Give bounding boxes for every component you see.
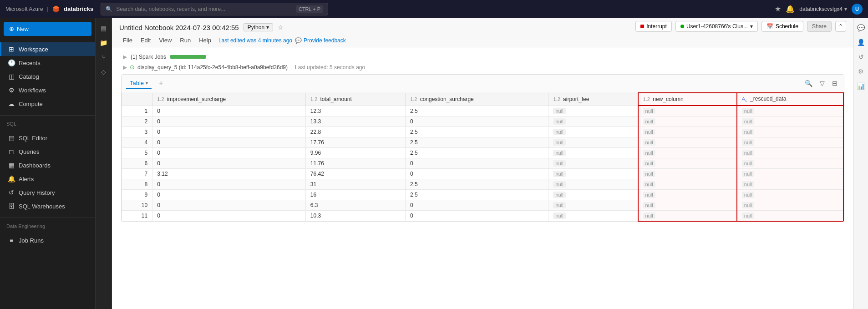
alerts-icon: 🔔 (8, 175, 15, 182)
interrupt-button[interactable]: Interrupt (635, 21, 672, 32)
menu-view[interactable]: View (155, 35, 175, 45)
sidebar-item-alerts[interactable]: 🔔 Alerts (0, 172, 95, 186)
avatar[interactable]: U (852, 4, 863, 15)
user-menu[interactable]: databrickscvslgx4 ▾ (799, 6, 847, 12)
col-improvement-surcharge-header[interactable]: 1.2 improvement_surcharge (152, 93, 306, 106)
table-cell: 0 (406, 211, 548, 222)
table-cell: 4 (122, 137, 152, 148)
search-bar[interactable]: 🔍 Search data, notebooks, recents, and m… (101, 3, 328, 15)
filter-icon[interactable]: ▽ (818, 79, 827, 88)
cluster-dropdown[interactable]: User1-42608766's Clus... ▾ (675, 21, 758, 32)
table-cell: null (638, 200, 737, 211)
table-tab[interactable]: Table ▾ (126, 78, 152, 89)
table-cell: 0 (152, 158, 306, 169)
share-button[interactable]: Share (807, 21, 832, 32)
table-cell: 0 (152, 127, 306, 137)
menu-run[interactable]: Run (176, 35, 194, 45)
col-total-amount-header[interactable]: 1.2 total_amount (305, 93, 405, 106)
schedule-button[interactable]: 📅 Schedule (761, 21, 803, 32)
favorite-star-icon[interactable]: ☆ (278, 24, 284, 31)
null-badge: null (643, 181, 655, 187)
sql-section-label: SQL (0, 117, 95, 128)
col-airport-fee-header[interactable]: 1.2 airport_fee (548, 93, 638, 106)
feedback-link[interactable]: 💬 Provide feedback (295, 37, 346, 44)
table-cell: null (737, 117, 843, 127)
sidebar-item-job-runs[interactable]: ≡ Job Runs (0, 233, 95, 247)
null-badge: null (742, 108, 754, 114)
strip-diamond-icon[interactable]: ◇ (97, 66, 110, 78)
topbar-right: ★ 🔔 databrickscvslgx4 ▾ U (775, 4, 863, 15)
table-cell: 11 (122, 211, 152, 222)
table-cell: 12.3 (305, 106, 405, 117)
table-cell: 2.5 (406, 190, 548, 200)
add-tab-button[interactable]: + (155, 77, 167, 89)
table-cell: null (548, 169, 638, 179)
search-table-icon[interactable]: 🔍 (803, 79, 814, 88)
null-badge: null (742, 129, 754, 135)
null-badge: null (742, 213, 754, 219)
expand-button[interactable]: ⌃ (835, 21, 846, 32)
sidebar-item-workspace[interactable]: ⊞ Workspace (0, 42, 95, 56)
strip-folder-icon[interactable]: 📁 (97, 36, 110, 49)
cluster-status-icon (680, 25, 684, 28)
col-congestion-surcharge-header[interactable]: 1.2 congestion_surcharge (406, 93, 548, 106)
sidebar-item-catalog[interactable]: ◫ Catalog (0, 70, 95, 83)
col-new-column-header[interactable]: 1.2 new_column (638, 93, 737, 106)
table-cell: 3.12 (152, 169, 306, 179)
star-icon: ★ (775, 5, 781, 13)
table-cell: null (548, 137, 638, 148)
table-scroll-wrapper[interactable]: 1.2 improvement_surcharge 1.2 total_amou… (122, 92, 844, 222)
username-label: databrickscvslgx4 (799, 6, 843, 12)
table-cell: 13.3 (305, 117, 405, 127)
right-person-icon[interactable]: 👤 (855, 36, 867, 48)
col-rescued-data-header[interactable]: Ac _rescued_data (737, 93, 843, 106)
right-settings-icon[interactable]: ⚙ (855, 66, 867, 77)
null-badge: null (643, 118, 655, 125)
query-history-icon: ↺ (8, 189, 15, 196)
spark-jobs-row[interactable]: ▶ (1) Spark Jobs (119, 51, 846, 62)
lang-chevron-icon: ▾ (266, 24, 269, 30)
ms-azure-label: Microsoft Azure (5, 6, 43, 12)
strip-table-icon[interactable]: ▤ (97, 22, 110, 35)
menu-edit[interactable]: Edit (137, 35, 154, 45)
language-badge[interactable]: Python ▾ (244, 23, 273, 31)
null-badge: null (742, 150, 754, 156)
notebook-main: Untitled Notebook 2024-07-23 00:42:55 Py… (112, 18, 853, 309)
columns-icon[interactable]: ⊟ (830, 79, 839, 88)
menu-help[interactable]: Help (195, 35, 215, 45)
sidebar-item-sql-warehouses[interactable]: 🗄 SQL Warehouses (0, 199, 95, 213)
table-cell: null (548, 179, 638, 190)
null-badge: null (643, 139, 655, 146)
sidebar-item-recents[interactable]: 🕐 Recents (0, 56, 95, 70)
table-cell: null (737, 158, 843, 169)
compute-label: Compute (19, 101, 43, 107)
sidebar-item-workflows[interactable]: ⚙ Workflows (0, 83, 95, 97)
table-cell: null (737, 211, 843, 222)
strip-hierarchy-icon[interactable]: ⑂ (97, 51, 110, 64)
table-cell: 3 (122, 127, 152, 137)
col-name-label: total_amount (320, 96, 351, 102)
menu-file[interactable]: File (119, 35, 136, 45)
null-badge: null (643, 213, 655, 219)
notebook-toolbar: Interrupt User1-42608766's Clus... ▾ 📅 S… (635, 21, 846, 34)
bell-icon: 🔔 (786, 5, 795, 13)
sidebar-item-query-history[interactable]: ↺ Query History (0, 186, 95, 199)
sidebar-item-dashboards[interactable]: ▦ Dashboards (0, 158, 95, 172)
right-chart-icon[interactable]: 📊 (855, 80, 867, 92)
null-badge: null (553, 192, 565, 198)
workspace-label: Workspace (19, 46, 48, 53)
new-button[interactable]: ⊕ New (4, 22, 91, 36)
table-body: 1012.32.5nullnullnull2013.30nullnullnull… (122, 106, 844, 221)
null-badge: null (742, 139, 754, 146)
sidebar-item-queries[interactable]: ◻ Queries (0, 145, 95, 158)
last-edit-link[interactable]: Last edited was 4 minutes ago (218, 37, 292, 44)
right-chat-icon[interactable]: 💬 (855, 22, 867, 34)
sidebar-item-compute[interactable]: ☁ Compute (0, 97, 95, 111)
sidebar-item-sql-editor[interactable]: ▤ SQL Editor (0, 131, 95, 145)
catalog-label: Catalog (19, 73, 39, 80)
table-cell: 0 (406, 169, 548, 179)
table-cell: null (548, 211, 638, 222)
de-section-label: Data Engineering (0, 220, 95, 231)
right-history-icon[interactable]: ↺ (855, 51, 867, 63)
col-type-label: 1.2 (310, 96, 317, 102)
